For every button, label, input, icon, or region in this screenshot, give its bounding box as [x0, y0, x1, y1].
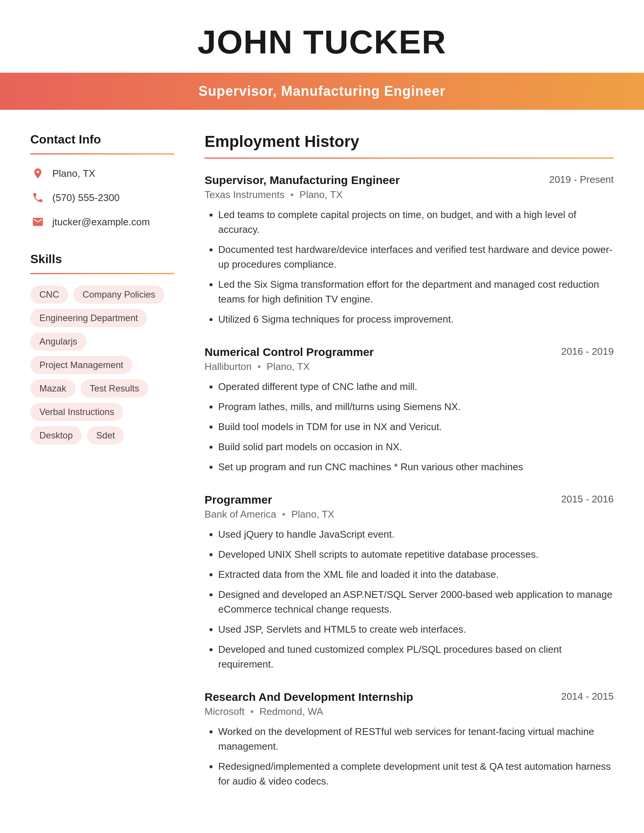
employment-title: Employment History: [204, 132, 614, 151]
job-entry: Supervisor, Manufacturing Engineer2019 -…: [204, 174, 614, 327]
job-header: Supervisor, Manufacturing Engineer2019 -…: [204, 174, 614, 187]
job-bullet: Operated different type of CNC lathe and…: [218, 380, 614, 394]
job-bullet: Designed and developed an ASP.NET/SQL Se…: [218, 587, 614, 617]
job-header: Programmer2015 - 2016: [204, 494, 614, 506]
job-dates: 2014 - 2015: [561, 691, 614, 703]
contact-email: jtucker@example.com: [30, 214, 174, 230]
job-bullets: Used jQuery to handle JavaScript event.D…: [204, 527, 614, 672]
job-dates: 2016 - 2019: [561, 346, 614, 357]
job-header: Research And Development Internship2014 …: [204, 691, 614, 703]
skills-section: Skills CNCCompany PoliciesEngineering De…: [30, 252, 174, 444]
email-icon: [30, 214, 45, 230]
contact-section: Contact Info Plano, TX: [30, 132, 174, 230]
contact-email-text: jtucker@example.com: [52, 216, 150, 228]
job-dates: 2019 - Present: [549, 174, 614, 185]
job-title: Numerical Control Programmer: [204, 346, 374, 359]
skill-tag: Engineering Department: [30, 309, 147, 327]
phone-icon: [30, 190, 45, 205]
skill-tag: Desktop: [30, 426, 82, 444]
main-content: Contact Info Plano, TX: [0, 110, 644, 830]
skill-tag: Project Management: [30, 356, 132, 374]
job-entry: Programmer2015 - 2016Bank of America • P…: [204, 494, 614, 672]
contact-divider: [30, 153, 174, 154]
location-icon: [30, 166, 45, 181]
job-bullet: Build tool models in TDM for use in NX a…: [218, 420, 614, 434]
job-title: Supervisor, Manufacturing Engineer: [204, 174, 400, 187]
job-bullet: Led teams to complete capital projects o…: [218, 207, 614, 237]
job-header: Numerical Control Programmer2016 - 2019: [204, 346, 614, 359]
resume-wrapper: JOHN TUCKER Supervisor, Manufacturing En…: [0, 0, 644, 833]
job-bullet: Used JSP, Servlets and HTML5 to create w…: [218, 622, 614, 637]
contact-location: Plano, TX: [30, 166, 174, 181]
job-bullet: Build solid part models on occasion in N…: [218, 440, 614, 454]
skill-tag: Sdet: [87, 426, 124, 444]
skills-title: Skills: [30, 252, 174, 266]
candidate-name: JOHN TUCKER: [0, 23, 644, 61]
job-company: Microsoft • Redmond, WA: [204, 706, 614, 717]
job-bullets: Worked on the development of RESTful web…: [204, 724, 614, 789]
skill-tag: Test Results: [80, 380, 148, 397]
job-bullet: Developed and tuned customized complex P…: [218, 642, 614, 672]
skill-tag: Mazak: [30, 380, 76, 397]
job-bullet: Developed UNIX Shell scripts to automate…: [218, 547, 614, 562]
job-bullet: Utilized 6 Sigma techniques for process …: [218, 312, 614, 327]
job-bullet: Redesigned/implemented a complete develo…: [218, 759, 614, 789]
skill-tag: Company Policies: [74, 286, 164, 304]
job-company: Halliburton • Plano, TX: [204, 361, 614, 373]
job-dates: 2015 - 2016: [561, 494, 614, 505]
contact-phone: (570) 555-2300: [30, 190, 174, 205]
job-bullet: Worked on the development of RESTful web…: [218, 724, 614, 754]
skill-tag: Angularjs: [30, 333, 86, 351]
banner-subtitle: Supervisor, Manufacturing Engineer: [198, 83, 446, 99]
header: JOHN TUCKER: [0, 0, 644, 73]
job-entry: Numerical Control Programmer2016 - 2019H…: [204, 346, 614, 474]
contact-title: Contact Info: [30, 132, 174, 146]
job-bullet: Extracted data from the XML file and loa…: [218, 567, 614, 582]
employment-divider: [204, 158, 614, 159]
skills-tags: CNCCompany PoliciesEngineering Departmen…: [30, 286, 174, 444]
jobs-container: Supervisor, Manufacturing Engineer2019 -…: [204, 174, 614, 789]
job-bullet: Set up program and run CNC machines * Ru…: [218, 460, 614, 474]
contact-phone-text: (570) 555-2300: [52, 192, 120, 204]
job-bullet: Led the Six Sigma transformation effort …: [218, 277, 614, 307]
job-company: Bank of America • Plano, TX: [204, 508, 614, 520]
job-entry: Research And Development Internship2014 …: [204, 691, 614, 789]
job-title: Programmer: [204, 494, 272, 506]
banner: Supervisor, Manufacturing Engineer: [0, 73, 644, 110]
skill-tag: CNC: [30, 286, 68, 304]
skills-divider: [30, 273, 174, 274]
job-company: Texas Instruments • Plano, TX: [204, 189, 614, 201]
job-bullets: Led teams to complete capital projects o…: [204, 207, 614, 327]
job-bullets: Operated different type of CNC lathe and…: [204, 380, 614, 474]
sidebar: Contact Info Plano, TX: [30, 132, 174, 807]
job-bullet: Program lathes, mills, and mill/turns us…: [218, 399, 614, 414]
contact-location-text: Plano, TX: [52, 168, 95, 180]
skill-tag: Verbal Instructions: [30, 403, 123, 421]
job-bullet: Used jQuery to handle JavaScript event.: [218, 527, 614, 542]
job-title: Research And Development Internship: [204, 691, 413, 703]
job-bullet: Documented test hardware/device interfac…: [218, 242, 614, 272]
employment-section: Employment History Supervisor, Manufactu…: [204, 132, 614, 807]
